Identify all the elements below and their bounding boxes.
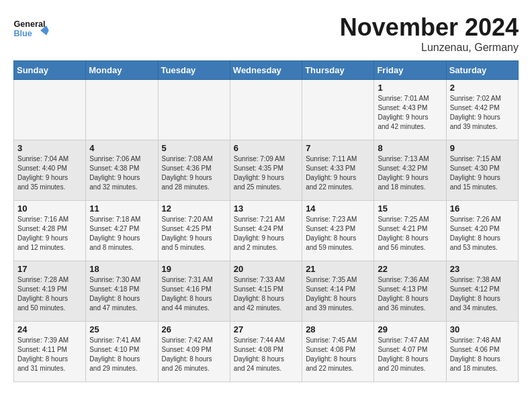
day-number: 20 <box>234 264 298 274</box>
calendar-cell: 16Sunrise: 7:26 AM Sunset: 4:20 PM Dayli… <box>446 201 518 261</box>
day-info: Sunrise: 7:20 AM Sunset: 4:25 PM Dayligh… <box>162 215 226 253</box>
day-info: Sunrise: 7:23 AM Sunset: 4:23 PM Dayligh… <box>306 215 370 253</box>
calendar-cell: 27Sunrise: 7:44 AM Sunset: 4:08 PM Dayli… <box>230 322 302 382</box>
day-number: 24 <box>17 324 82 334</box>
calendar-week-3: 10Sunrise: 7:16 AM Sunset: 4:28 PM Dayli… <box>14 201 519 261</box>
day-number: 5 <box>162 143 226 153</box>
calendar-cell: 18Sunrise: 7:30 AM Sunset: 4:18 PM Dayli… <box>86 261 158 322</box>
day-number: 12 <box>162 203 226 214</box>
calendar-cell <box>158 80 230 140</box>
logo-svg: General Blue <box>13 13 50 44</box>
calendar-cell: 14Sunrise: 7:23 AM Sunset: 4:23 PM Dayli… <box>302 201 374 261</box>
calendar-cell: 21Sunrise: 7:35 AM Sunset: 4:14 PM Dayli… <box>302 261 374 322</box>
day-info: Sunrise: 7:15 AM Sunset: 4:30 PM Dayligh… <box>450 154 515 192</box>
day-number: 23 <box>450 264 515 274</box>
day-info: Sunrise: 7:31 AM Sunset: 4:16 PM Dayligh… <box>162 275 226 313</box>
day-info: Sunrise: 7:08 AM Sunset: 4:36 PM Dayligh… <box>162 154 226 192</box>
day-info: Sunrise: 7:26 AM Sunset: 4:20 PM Dayligh… <box>450 215 515 253</box>
calendar-cell: 9Sunrise: 7:15 AM Sunset: 4:30 PM Daylig… <box>446 140 518 201</box>
day-number: 26 <box>162 324 226 334</box>
day-number: 11 <box>89 203 154 214</box>
day-info: Sunrise: 7:21 AM Sunset: 4:24 PM Dayligh… <box>234 215 298 253</box>
calendar-cell: 25Sunrise: 7:41 AM Sunset: 4:10 PM Dayli… <box>86 322 158 382</box>
day-number: 29 <box>378 324 442 334</box>
calendar-table: SundayMondayTuesdayWednesdayThursdayFrid… <box>13 60 519 382</box>
day-info: Sunrise: 7:45 AM Sunset: 4:08 PM Dayligh… <box>306 336 370 373</box>
day-info: Sunrise: 7:36 AM Sunset: 4:13 PM Dayligh… <box>378 275 442 313</box>
day-info: Sunrise: 7:16 AM Sunset: 4:28 PM Dayligh… <box>17 215 82 253</box>
day-info: Sunrise: 7:09 AM Sunset: 4:35 PM Dayligh… <box>234 154 298 192</box>
logo: General Blue <box>13 13 50 44</box>
calendar-cell: 5Sunrise: 7:08 AM Sunset: 4:36 PM Daylig… <box>158 140 230 201</box>
calendar-cell: 10Sunrise: 7:16 AM Sunset: 4:28 PM Dayli… <box>14 201 86 261</box>
day-number: 27 <box>234 324 298 334</box>
day-number: 6 <box>234 143 298 153</box>
day-number: 9 <box>450 143 515 153</box>
day-number: 21 <box>306 264 370 274</box>
calendar-cell <box>14 80 86 140</box>
calendar-cell: 12Sunrise: 7:20 AM Sunset: 4:25 PM Dayli… <box>158 201 230 261</box>
day-number: 15 <box>378 203 442 214</box>
calendar-cell: 30Sunrise: 7:48 AM Sunset: 4:06 PM Dayli… <box>446 322 518 382</box>
calendar-cell: 4Sunrise: 7:06 AM Sunset: 4:38 PM Daylig… <box>86 140 158 201</box>
day-info: Sunrise: 7:33 AM Sunset: 4:15 PM Dayligh… <box>234 275 298 313</box>
day-number: 1 <box>378 83 442 93</box>
calendar-cell: 19Sunrise: 7:31 AM Sunset: 4:16 PM Dayli… <box>158 261 230 322</box>
svg-text:General: General <box>14 19 46 29</box>
location: Lunzenau, Germany <box>340 42 519 54</box>
day-number: 7 <box>306 143 370 153</box>
day-info: Sunrise: 7:18 AM Sunset: 4:27 PM Dayligh… <box>89 215 154 253</box>
calendar-cell: 11Sunrise: 7:18 AM Sunset: 4:27 PM Dayli… <box>86 201 158 261</box>
title-area: November 2024 Lunzenau, Germany <box>340 13 519 54</box>
day-number: 22 <box>378 264 442 274</box>
day-number: 16 <box>450 203 515 214</box>
day-info: Sunrise: 7:28 AM Sunset: 4:19 PM Dayligh… <box>17 275 82 313</box>
day-number: 3 <box>17 143 82 153</box>
calendar-week-2: 3Sunrise: 7:04 AM Sunset: 4:40 PM Daylig… <box>14 140 519 201</box>
day-info: Sunrise: 7:25 AM Sunset: 4:21 PM Dayligh… <box>378 215 442 253</box>
day-number: 4 <box>89 143 154 153</box>
day-info: Sunrise: 7:38 AM Sunset: 4:12 PM Dayligh… <box>450 275 515 313</box>
month-title: November 2024 <box>340 13 519 42</box>
day-number: 30 <box>450 324 515 334</box>
day-info: Sunrise: 7:42 AM Sunset: 4:09 PM Dayligh… <box>162 336 226 373</box>
calendar-cell: 28Sunrise: 7:45 AM Sunset: 4:08 PM Dayli… <box>302 322 374 382</box>
calendar-week-5: 24Sunrise: 7:39 AM Sunset: 4:11 PM Dayli… <box>14 322 519 382</box>
day-number: 19 <box>162 264 226 274</box>
calendar-cell <box>86 80 158 140</box>
day-info: Sunrise: 7:47 AM Sunset: 4:07 PM Dayligh… <box>378 336 442 373</box>
calendar-week-1: 1Sunrise: 7:01 AM Sunset: 4:43 PM Daylig… <box>14 80 519 140</box>
calendar-cell <box>302 80 374 140</box>
calendar-cell: 3Sunrise: 7:04 AM Sunset: 4:40 PM Daylig… <box>14 140 86 201</box>
calendar-cell: 6Sunrise: 7:09 AM Sunset: 4:35 PM Daylig… <box>230 140 302 201</box>
day-info: Sunrise: 7:41 AM Sunset: 4:10 PM Dayligh… <box>89 336 154 373</box>
day-info: Sunrise: 7:44 AM Sunset: 4:08 PM Dayligh… <box>234 336 298 373</box>
calendar-cell: 20Sunrise: 7:33 AM Sunset: 4:15 PM Dayli… <box>230 261 302 322</box>
svg-text:Blue: Blue <box>14 29 32 38</box>
calendar-cell: 26Sunrise: 7:42 AM Sunset: 4:09 PM Dayli… <box>158 322 230 382</box>
calendar-cell: 8Sunrise: 7:13 AM Sunset: 4:32 PM Daylig… <box>374 140 446 201</box>
calendar-week-4: 17Sunrise: 7:28 AM Sunset: 4:19 PM Dayli… <box>14 261 519 322</box>
day-number: 25 <box>89 324 154 334</box>
day-info: Sunrise: 7:02 AM Sunset: 4:42 PM Dayligh… <box>450 94 515 132</box>
calendar-cell: 23Sunrise: 7:38 AM Sunset: 4:12 PM Dayli… <box>446 261 518 322</box>
day-number: 14 <box>306 203 370 214</box>
weekday-header-thursday: Thursday <box>302 61 374 80</box>
weekday-header-tuesday: Tuesday <box>158 61 230 80</box>
calendar-cell: 22Sunrise: 7:36 AM Sunset: 4:13 PM Dayli… <box>374 261 446 322</box>
day-number: 13 <box>234 203 298 214</box>
day-info: Sunrise: 7:04 AM Sunset: 4:40 PM Dayligh… <box>17 154 82 192</box>
day-info: Sunrise: 7:30 AM Sunset: 4:18 PM Dayligh… <box>89 275 154 313</box>
calendar-cell: 13Sunrise: 7:21 AM Sunset: 4:24 PM Dayli… <box>230 201 302 261</box>
day-info: Sunrise: 7:13 AM Sunset: 4:32 PM Dayligh… <box>378 154 442 192</box>
day-number: 18 <box>89 264 154 274</box>
calendar-cell: 29Sunrise: 7:47 AM Sunset: 4:07 PM Dayli… <box>374 322 446 382</box>
day-info: Sunrise: 7:39 AM Sunset: 4:11 PM Dayligh… <box>17 336 82 373</box>
calendar-cell: 24Sunrise: 7:39 AM Sunset: 4:11 PM Dayli… <box>14 322 86 382</box>
calendar-cell: 7Sunrise: 7:11 AM Sunset: 4:33 PM Daylig… <box>302 140 374 201</box>
weekday-header-sunday: Sunday <box>14 61 86 80</box>
weekday-header-wednesday: Wednesday <box>230 61 302 80</box>
weekday-header-row: SundayMondayTuesdayWednesdayThursdayFrid… <box>14 61 519 80</box>
calendar-cell: 15Sunrise: 7:25 AM Sunset: 4:21 PM Dayli… <box>374 201 446 261</box>
calendar-cell <box>230 80 302 140</box>
